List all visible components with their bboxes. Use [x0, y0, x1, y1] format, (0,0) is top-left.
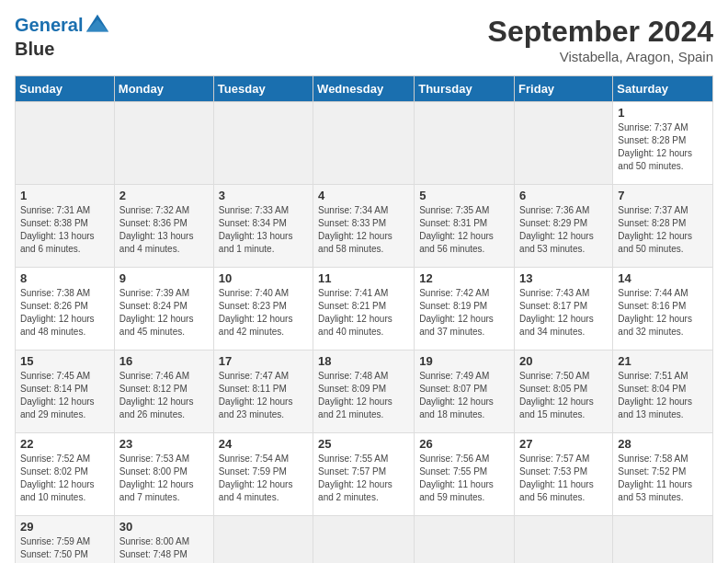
logo: General Blue — [15, 15, 110, 59]
day-number: 8 — [20, 271, 109, 285]
day-number: 23 — [119, 437, 209, 451]
calendar-cell: 28 Sunrise: 7:58 AM Sunset: 7:52 PM Dayl… — [613, 433, 713, 516]
day-number: 15 — [20, 354, 109, 368]
calendar-cell — [515, 516, 613, 564]
month-title: September 2024 — [488, 15, 713, 49]
day-info: Sunrise: 7:55 AM Sunset: 7:57 PM Dayligh… — [318, 453, 409, 504]
calendar-week-row: 15 Sunrise: 7:45 AM Sunset: 8:14 PM Dayl… — [16, 350, 713, 433]
day-info: Sunrise: 7:38 AM Sunset: 8:26 PM Dayligh… — [20, 287, 109, 339]
day-number: 16 — [119, 354, 209, 368]
calendar-week-row: 1 Sunrise: 7:37 AM Sunset: 8:28 PM Dayli… — [16, 102, 713, 185]
day-info: Sunrise: 7:37 AM Sunset: 8:28 PM Dayligh… — [618, 204, 708, 256]
calendar-cell: 7 Sunrise: 7:37 AM Sunset: 8:28 PM Dayli… — [613, 185, 713, 268]
day-info: Sunrise: 7:45 AM Sunset: 8:14 PM Dayligh… — [20, 370, 109, 421]
day-info: Sunrise: 7:54 AM Sunset: 7:59 PM Dayligh… — [219, 453, 308, 504]
day-info: Sunrise: 7:42 AM Sunset: 8:19 PM Dayligh… — [419, 287, 509, 339]
calendar-cell: 27 Sunrise: 7:57 AM Sunset: 7:53 PM Dayl… — [515, 433, 613, 516]
day-number: 29 — [20, 520, 109, 534]
day-number: 6 — [519, 189, 608, 202]
day-number: 25 — [318, 437, 409, 451]
day-info: Sunrise: 7:47 AM Sunset: 8:11 PM Dayligh… — [219, 370, 308, 421]
calendar-cell: 3 Sunrise: 7:33 AM Sunset: 8:34 PM Dayli… — [213, 185, 313, 268]
day-info: Sunrise: 7:31 AM Sunset: 8:38 PM Dayligh… — [20, 204, 109, 256]
calendar-cell: 14 Sunrise: 7:44 AM Sunset: 8:16 PM Dayl… — [613, 268, 713, 350]
calendar-cell — [114, 102, 213, 185]
day-number: 9 — [119, 271, 209, 285]
calendar-week-row: 22 Sunrise: 7:52 AM Sunset: 8:02 PM Dayl… — [16, 433, 713, 516]
day-number: 10 — [219, 271, 308, 285]
calendar-cell: 5 Sunrise: 7:35 AM Sunset: 8:31 PM Dayli… — [415, 185, 515, 268]
day-info: Sunrise: 7:59 AM Sunset: 7:50 PM Dayligh… — [20, 535, 109, 563]
day-number: 30 — [119, 520, 209, 534]
col-sunday: Sunday — [16, 76, 115, 102]
day-info: Sunrise: 7:36 AM Sunset: 8:29 PM Dayligh… — [519, 204, 608, 256]
calendar-cell — [213, 516, 313, 564]
day-number: 11 — [318, 271, 409, 285]
calendar-cell: 9 Sunrise: 7:39 AM Sunset: 8:24 PM Dayli… — [114, 268, 213, 350]
day-info: Sunrise: 8:00 AM Sunset: 7:48 PM Dayligh… — [119, 535, 209, 563]
calendar-table: Sunday Monday Tuesday Wednesday Thursday… — [15, 75, 713, 563]
calendar-cell: 1 Sunrise: 7:37 AM Sunset: 8:28 PM Dayli… — [613, 102, 713, 185]
day-info: Sunrise: 7:50 AM Sunset: 8:05 PM Dayligh… — [519, 370, 608, 421]
day-info: Sunrise: 7:51 AM Sunset: 8:04 PM Dayligh… — [618, 370, 708, 421]
day-number: 2 — [119, 189, 209, 202]
day-number: 18 — [318, 354, 409, 368]
logo-text: General Blue — [15, 15, 110, 59]
day-info: Sunrise: 7:40 AM Sunset: 8:23 PM Dayligh… — [219, 287, 308, 339]
calendar-week-row: 1 Sunrise: 7:31 AM Sunset: 8:38 PM Dayli… — [16, 185, 713, 268]
day-info: Sunrise: 7:46 AM Sunset: 8:12 PM Dayligh… — [119, 370, 209, 421]
day-number: 1 — [20, 189, 109, 202]
col-wednesday: Wednesday — [313, 76, 415, 102]
day-number: 19 — [419, 354, 509, 368]
calendar-cell: 10 Sunrise: 7:40 AM Sunset: 8:23 PM Dayl… — [213, 268, 313, 350]
calendar-cell: 16 Sunrise: 7:46 AM Sunset: 8:12 PM Dayl… — [114, 350, 213, 433]
day-info: Sunrise: 7:53 AM Sunset: 8:00 PM Dayligh… — [119, 453, 209, 504]
calendar-cell: 8 Sunrise: 7:38 AM Sunset: 8:26 PM Dayli… — [16, 268, 115, 350]
location-title: Vistabella, Aragon, Spain — [488, 49, 713, 64]
day-number: 24 — [219, 437, 308, 451]
calendar-cell: 4 Sunrise: 7:34 AM Sunset: 8:33 PM Dayli… — [313, 185, 415, 268]
calendar-cell: 13 Sunrise: 7:43 AM Sunset: 8:17 PM Dayl… — [515, 268, 613, 350]
svg-marker-1 — [86, 19, 108, 31]
day-number: 17 — [219, 354, 308, 368]
calendar-cell: 30 Sunrise: 8:00 AM Sunset: 7:48 PM Dayl… — [114, 516, 213, 564]
day-info: Sunrise: 7:35 AM Sunset: 8:31 PM Dayligh… — [419, 204, 509, 256]
day-number: 1 — [618, 106, 708, 120]
calendar-cell: 6 Sunrise: 7:36 AM Sunset: 8:29 PM Dayli… — [515, 185, 613, 268]
calendar-cell: 15 Sunrise: 7:45 AM Sunset: 8:14 PM Dayl… — [16, 350, 115, 433]
day-info: Sunrise: 7:57 AM Sunset: 7:53 PM Dayligh… — [519, 453, 608, 504]
col-thursday: Thursday — [415, 76, 515, 102]
calendar-cell: 20 Sunrise: 7:50 AM Sunset: 8:05 PM Dayl… — [515, 350, 613, 433]
calendar-cell: 25 Sunrise: 7:55 AM Sunset: 7:57 PM Dayl… — [313, 433, 415, 516]
calendar-cell: 29 Sunrise: 7:59 AM Sunset: 7:50 PM Dayl… — [16, 516, 115, 564]
calendar-cell: 18 Sunrise: 7:48 AM Sunset: 8:09 PM Dayl… — [313, 350, 415, 433]
day-number: 7 — [618, 189, 708, 202]
title-block: September 2024 Vistabella, Aragon, Spain — [488, 15, 713, 64]
day-number: 22 — [20, 437, 109, 451]
col-monday: Monday — [114, 76, 213, 102]
day-info: Sunrise: 7:37 AM Sunset: 8:28 PM Dayligh… — [618, 121, 708, 173]
page-header: General Blue September 2024 Vistabella, … — [15, 15, 713, 64]
calendar-header-row: Sunday Monday Tuesday Wednesday Thursday… — [16, 76, 713, 102]
calendar-cell: 26 Sunrise: 7:56 AM Sunset: 7:55 PM Dayl… — [415, 433, 515, 516]
calendar-cell — [415, 516, 515, 564]
day-info: Sunrise: 7:32 AM Sunset: 8:36 PM Dayligh… — [119, 204, 209, 256]
day-info: Sunrise: 7:49 AM Sunset: 8:07 PM Dayligh… — [419, 370, 509, 421]
calendar-cell: 21 Sunrise: 7:51 AM Sunset: 8:04 PM Dayl… — [613, 350, 713, 433]
calendar-cell: 17 Sunrise: 7:47 AM Sunset: 8:11 PM Dayl… — [213, 350, 313, 433]
day-number: 4 — [318, 189, 409, 202]
col-tuesday: Tuesday — [213, 76, 313, 102]
day-number: 28 — [618, 437, 708, 451]
day-info: Sunrise: 7:58 AM Sunset: 7:52 PM Dayligh… — [618, 453, 708, 504]
day-number: 14 — [618, 271, 708, 285]
day-info: Sunrise: 7:33 AM Sunset: 8:34 PM Dayligh… — [219, 204, 308, 256]
calendar-cell: 22 Sunrise: 7:52 AM Sunset: 8:02 PM Dayl… — [16, 433, 115, 516]
day-number: 20 — [519, 354, 608, 368]
day-number: 5 — [419, 189, 509, 202]
calendar-cell: 23 Sunrise: 7:53 AM Sunset: 8:00 PM Dayl… — [114, 433, 213, 516]
calendar-cell — [313, 516, 415, 564]
col-saturday: Saturday — [613, 76, 713, 102]
calendar-cell: 12 Sunrise: 7:42 AM Sunset: 8:19 PM Dayl… — [415, 268, 515, 350]
day-info: Sunrise: 7:56 AM Sunset: 7:55 PM Dayligh… — [419, 453, 509, 504]
day-number: 12 — [419, 271, 509, 285]
